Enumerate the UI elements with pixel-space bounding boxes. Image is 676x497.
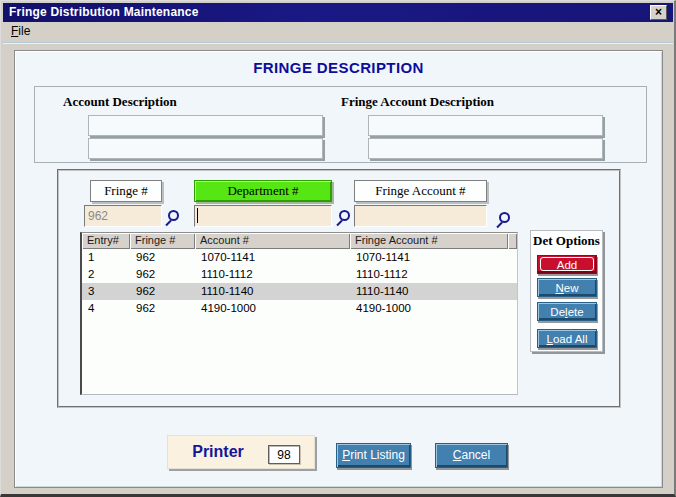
label-post: rint Listing [350,448,405,462]
cell-fringe-account: 1070-1141 [350,249,508,266]
printer-number-input[interactable] [268,445,300,464]
delete-button[interactable]: Delete [537,302,597,321]
app-window: Fringe Distribution Maintenance × File F… [0,0,676,497]
det-options-panel: Det Options Add New Delete Load All [530,230,603,352]
fringe-distribution-grid: Entry# Fringe # Account # Fringe Account… [80,232,518,395]
fringe-account-description-line2 [368,138,603,159]
cell-entry: 3 [82,283,130,300]
menu-separator [3,42,673,44]
new-button[interactable]: New [537,278,597,297]
cell-fringe-account: 1110-1112 [350,266,508,283]
label-pre: De [550,306,565,318]
menu-file[interactable]: File [11,24,30,38]
cell-fringe-account: 4190-1000 [350,300,508,317]
fringe-account-description-line1 [368,115,603,136]
description-panel: Account Description Fringe Account Descr… [34,86,647,163]
account-description-line1 [88,115,323,136]
label-mnemonic: P [342,448,350,462]
account-description-label: Account Description [63,94,177,110]
det-options-title: Det Options [531,233,602,249]
cell-account: 1110-1140 [195,283,350,300]
column-header-fringe-account[interactable]: Fringe Account # [350,233,508,249]
fringe-number-header: Fringe # [90,180,162,202]
cell-fringe: 962 [130,266,195,283]
add-button[interactable]: Add [537,255,597,274]
window-title: Fringe Distribution Maintenance [9,5,199,19]
close-button[interactable]: × [650,5,667,20]
menu-bar: File [3,22,673,41]
fringe-account-description-label: Fringe Account Description [341,94,494,110]
cell-account: 1110-1112 [195,266,350,283]
department-number-input[interactable] [194,205,332,227]
load-all-button[interactable]: Load All [537,329,597,348]
cell-fringe-account: 1110-1140 [350,283,508,300]
page-title: FRINGE DESCRIPTION [15,59,662,76]
label-post: ancel [461,448,490,462]
print-listing-button[interactable]: Print Listing [336,443,411,468]
cell-account: 1070-1141 [195,249,350,266]
department-lookup-magnifier-icon[interactable] [336,210,351,226]
table-row-selected[interactable]: 3 962 1110-1140 1110-1140 [82,283,517,300]
cell-account: 4190-1000 [195,300,350,317]
printer-panel: Printer [167,435,315,469]
fringe-account-number-input[interactable] [354,205,487,227]
menu-file-label: ile [18,24,30,38]
cancel-button[interactable]: Cancel [435,443,508,468]
label-mnemonic: N [555,282,563,294]
cell-entry: 2 [82,266,130,283]
cell-fringe: 962 [130,283,195,300]
text-caret [197,208,198,223]
label-mnemonic: A [557,259,565,271]
label-post: oad All [553,333,588,345]
main-panel: FRINGE DESCRIPTION Account Description F… [14,50,663,488]
column-header-fringe[interactable]: Fringe # [130,233,195,249]
department-number-header[interactable]: Department # [194,180,332,202]
fringe-account-lookup-magnifier-icon[interactable] [496,212,511,228]
account-description-line2 [88,138,323,159]
column-header-account[interactable]: Account # [195,233,350,249]
table-row[interactable]: 4 962 4190-1000 4190-1000 [82,300,517,317]
label-post: ete [568,306,584,318]
column-header-entry[interactable]: Entry# [82,233,130,249]
printer-label: Printer [168,443,268,461]
label-post: dd [564,259,577,271]
cell-entry: 1 [82,249,130,266]
fringe-number-input[interactable] [84,205,162,227]
cell-fringe: 962 [130,249,195,266]
label-post: ew [564,282,579,294]
cell-fringe: 962 [130,300,195,317]
close-icon: × [655,5,662,19]
column-header-stub [508,233,517,249]
table-row[interactable]: 2 962 1110-1112 1110-1112 [82,266,517,283]
fringe-lookup-magnifier-icon[interactable] [165,210,180,226]
grid-header-row: Entry# Fringe # Account # Fringe Account… [82,233,517,249]
fringe-entry-panel: Fringe # Department # Fringe Account # E… [57,169,621,408]
title-bar: Fringe Distribution Maintenance × [3,3,673,22]
table-row[interactable]: 1 962 1070-1141 1070-1141 [82,249,517,266]
cell-entry: 4 [82,300,130,317]
fringe-account-number-header: Fringe Account # [354,180,487,202]
